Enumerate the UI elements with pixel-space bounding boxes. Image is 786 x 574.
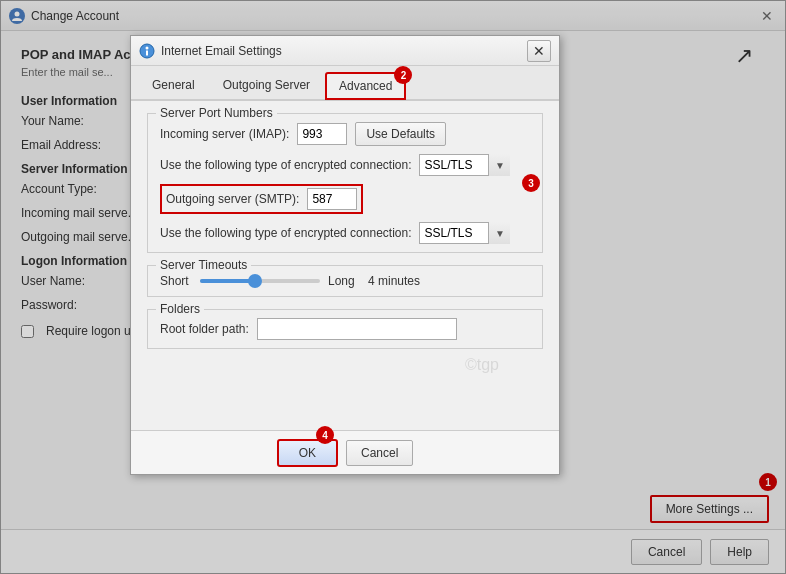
- tab-advanced[interactable]: Advanced 2: [325, 72, 406, 100]
- server-timeouts-section: Server Timeouts Short Long 4 minutes: [147, 265, 543, 297]
- dialog-main-content: Server Port Numbers Incoming server (IMA…: [131, 101, 559, 373]
- tab-general[interactable]: General: [139, 72, 208, 99]
- timeout-value: 4 minutes: [368, 274, 420, 288]
- encrypted-conn-1-row: Use the following type of encrypted conn…: [160, 154, 530, 176]
- incoming-imap-input[interactable]: [297, 123, 347, 145]
- badge-4: 4: [316, 426, 334, 444]
- outgoing-smtp-row: Outgoing server (SMTP): 3: [160, 184, 530, 214]
- server-port-section: Server Port Numbers Incoming server (IMA…: [147, 113, 543, 253]
- badge-2: 2: [394, 66, 412, 84]
- tab-outgoing-server[interactable]: Outgoing Server: [210, 72, 323, 99]
- svg-rect-3: [146, 50, 148, 55]
- long-label: Long: [328, 274, 360, 288]
- tabs-bar: General Outgoing Server Advanced 2: [131, 66, 559, 101]
- encrypted-conn-2-row: Use the following type of encrypted conn…: [160, 222, 530, 244]
- svg-point-2: [146, 46, 149, 49]
- dialog-cancel-button[interactable]: Cancel: [346, 440, 413, 466]
- root-folder-label: Root folder path:: [160, 322, 249, 336]
- dialog-close-button[interactable]: ✕: [527, 40, 551, 62]
- folders-section: Folders Root folder path:: [147, 309, 543, 349]
- encrypted-label-1: Use the following type of encrypted conn…: [160, 158, 411, 172]
- use-defaults-button[interactable]: Use Defaults: [355, 122, 446, 146]
- smtp-row-border: Outgoing server (SMTP):: [160, 184, 363, 214]
- badge-3: 3: [522, 174, 540, 192]
- timeout-slider-row: Short Long 4 minutes: [160, 274, 530, 288]
- short-label: Short: [160, 274, 192, 288]
- root-folder-input[interactable]: [257, 318, 457, 340]
- dialog-titlebar-left: Internet Email Settings: [139, 43, 282, 59]
- timeout-slider-track: [200, 279, 320, 283]
- encrypted-dropdown-1-wrap: SSL/TLS None STARTTLS ▼: [419, 154, 510, 176]
- timeout-slider-fill: [200, 279, 255, 283]
- root-folder-row: Root folder path:: [160, 318, 530, 340]
- watermark-text: ©tgp: [465, 356, 499, 374]
- encrypted-select-1[interactable]: SSL/TLS None STARTTLS: [419, 154, 510, 176]
- incoming-imap-label: Incoming server (IMAP):: [160, 127, 289, 141]
- email-settings-icon: [139, 43, 155, 59]
- email-settings-dialog: Internet Email Settings ✕ General Outgoi…: [130, 35, 560, 475]
- outgoing-smtp-input[interactable]: [307, 188, 357, 210]
- encrypted-select-2[interactable]: SSL/TLS None STARTTLS: [419, 222, 510, 244]
- encrypted-dropdown-2-wrap: SSL/TLS None STARTTLS ▼: [419, 222, 510, 244]
- dialog-title: Internet Email Settings: [161, 44, 282, 58]
- encrypted-label-2: Use the following type of encrypted conn…: [160, 226, 411, 240]
- server-timeouts-title: Server Timeouts: [156, 258, 251, 272]
- incoming-imap-row: Incoming server (IMAP): Use Defaults: [160, 122, 530, 146]
- outgoing-smtp-label: Outgoing server (SMTP):: [166, 192, 299, 206]
- dialog-bottom-bar: OK Cancel: [131, 430, 559, 474]
- timeout-slider-thumb[interactable]: [248, 274, 262, 288]
- folders-title: Folders: [156, 302, 204, 316]
- server-port-title: Server Port Numbers: [156, 106, 277, 120]
- dialog-titlebar: Internet Email Settings ✕: [131, 36, 559, 66]
